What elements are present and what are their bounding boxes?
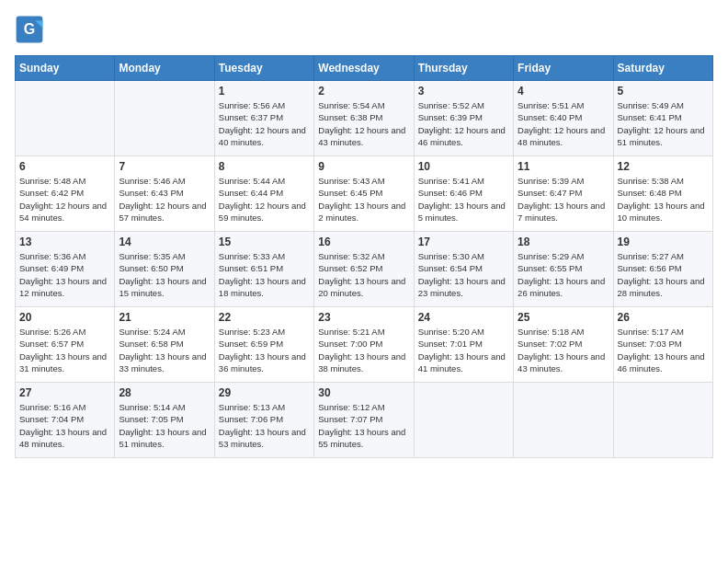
day-number: 21 xyxy=(119,311,210,324)
day-info: Sunrise: 5:43 AM Sunset: 6:45 PM Dayligh… xyxy=(318,175,409,224)
day-info: Sunrise: 5:51 AM Sunset: 6:40 PM Dayligh… xyxy=(518,99,609,148)
weekday-header: Saturday xyxy=(613,56,712,81)
calendar-cell: 1Sunrise: 5:56 AM Sunset: 6:37 PM Daylig… xyxy=(214,81,313,156)
day-number: 7 xyxy=(119,160,210,173)
calendar-cell: 26Sunrise: 5:17 AM Sunset: 7:03 PM Dayli… xyxy=(613,307,712,383)
calendar-cell: 19Sunrise: 5:27 AM Sunset: 6:56 PM Dayli… xyxy=(613,232,712,307)
day-info: Sunrise: 5:29 AM Sunset: 6:55 PM Dayligh… xyxy=(518,250,609,299)
day-info: Sunrise: 5:26 AM Sunset: 6:57 PM Dayligh… xyxy=(19,326,110,374)
calendar-week-row: 6Sunrise: 5:48 AM Sunset: 6:42 PM Daylig… xyxy=(16,156,713,232)
calendar-cell xyxy=(613,383,712,458)
calendar-cell: 2Sunrise: 5:54 AM Sunset: 6:38 PM Daylig… xyxy=(314,81,414,156)
day-number: 8 xyxy=(219,160,310,173)
day-info: Sunrise: 5:17 AM Sunset: 7:03 PM Dayligh… xyxy=(618,326,709,374)
calendar-cell: 3Sunrise: 5:52 AM Sunset: 6:39 PM Daylig… xyxy=(414,81,513,156)
day-number: 5 xyxy=(618,85,709,98)
day-info: Sunrise: 5:41 AM Sunset: 6:46 PM Dayligh… xyxy=(418,175,509,224)
calendar-cell: 13Sunrise: 5:36 AM Sunset: 6:49 PM Dayli… xyxy=(16,232,115,307)
calendar-header-row: SundayMondayTuesdayWednesdayThursdayFrid… xyxy=(16,56,713,81)
day-info: Sunrise: 5:16 AM Sunset: 7:04 PM Dayligh… xyxy=(19,401,110,450)
day-info: Sunrise: 5:52 AM Sunset: 6:39 PM Dayligh… xyxy=(418,99,509,148)
day-number: 30 xyxy=(318,386,409,399)
calendar-table: SundayMondayTuesdayWednesdayThursdayFrid… xyxy=(15,55,713,458)
day-number: 11 xyxy=(518,160,609,173)
calendar-cell xyxy=(414,383,513,458)
day-info: Sunrise: 5:46 AM Sunset: 6:43 PM Dayligh… xyxy=(119,175,210,224)
day-info: Sunrise: 5:33 AM Sunset: 6:51 PM Dayligh… xyxy=(219,250,310,299)
day-info: Sunrise: 5:20 AM Sunset: 7:01 PM Dayligh… xyxy=(418,326,509,374)
calendar-cell: 24Sunrise: 5:20 AM Sunset: 7:01 PM Dayli… xyxy=(414,307,513,383)
day-number: 4 xyxy=(518,85,609,98)
calendar-week-row: 1Sunrise: 5:56 AM Sunset: 6:37 PM Daylig… xyxy=(16,81,713,156)
day-number: 28 xyxy=(119,386,210,399)
calendar-cell xyxy=(16,81,115,156)
day-number: 22 xyxy=(219,311,310,324)
day-number: 13 xyxy=(19,236,110,248)
day-number: 6 xyxy=(19,160,110,173)
day-info: Sunrise: 5:56 AM Sunset: 6:37 PM Dayligh… xyxy=(219,99,310,148)
calendar-cell: 6Sunrise: 5:48 AM Sunset: 6:42 PM Daylig… xyxy=(16,156,115,232)
day-number: 3 xyxy=(418,85,509,98)
calendar-cell: 22Sunrise: 5:23 AM Sunset: 6:59 PM Dayli… xyxy=(214,307,313,383)
calendar-cell: 28Sunrise: 5:14 AM Sunset: 7:05 PM Dayli… xyxy=(115,383,214,458)
calendar-cell: 23Sunrise: 5:21 AM Sunset: 7:00 PM Dayli… xyxy=(314,307,414,383)
calendar-cell: 10Sunrise: 5:41 AM Sunset: 6:46 PM Dayli… xyxy=(414,156,513,232)
calendar-cell: 4Sunrise: 5:51 AM Sunset: 6:40 PM Daylig… xyxy=(514,81,613,156)
calendar-cell: 9Sunrise: 5:43 AM Sunset: 6:45 PM Daylig… xyxy=(314,156,414,232)
day-info: Sunrise: 5:35 AM Sunset: 6:50 PM Dayligh… xyxy=(119,250,210,299)
day-number: 18 xyxy=(518,236,609,248)
calendar-cell xyxy=(514,383,613,458)
day-info: Sunrise: 5:38 AM Sunset: 6:48 PM Dayligh… xyxy=(618,175,709,224)
day-info: Sunrise: 5:44 AM Sunset: 6:44 PM Dayligh… xyxy=(219,175,310,224)
day-info: Sunrise: 5:39 AM Sunset: 6:47 PM Dayligh… xyxy=(518,175,609,224)
day-number: 26 xyxy=(618,311,709,324)
day-info: Sunrise: 5:24 AM Sunset: 6:58 PM Dayligh… xyxy=(119,326,210,374)
day-number: 16 xyxy=(318,236,409,248)
day-number: 27 xyxy=(19,386,110,399)
weekday-header: Wednesday xyxy=(314,56,414,81)
calendar-cell: 20Sunrise: 5:26 AM Sunset: 6:57 PM Dayli… xyxy=(16,307,115,383)
day-info: Sunrise: 5:32 AM Sunset: 6:52 PM Dayligh… xyxy=(318,250,409,299)
calendar-cell: 7Sunrise: 5:46 AM Sunset: 6:43 PM Daylig… xyxy=(115,156,214,232)
day-info: Sunrise: 5:14 AM Sunset: 7:05 PM Dayligh… xyxy=(119,401,210,450)
day-info: Sunrise: 5:54 AM Sunset: 6:38 PM Dayligh… xyxy=(318,99,409,148)
logo: G xyxy=(15,15,46,44)
calendar-cell: 21Sunrise: 5:24 AM Sunset: 6:58 PM Dayli… xyxy=(115,307,214,383)
day-info: Sunrise: 5:30 AM Sunset: 6:54 PM Dayligh… xyxy=(418,250,509,299)
calendar-cell: 18Sunrise: 5:29 AM Sunset: 6:55 PM Dayli… xyxy=(514,232,613,307)
calendar-cell: 25Sunrise: 5:18 AM Sunset: 7:02 PM Dayli… xyxy=(514,307,613,383)
calendar-week-row: 27Sunrise: 5:16 AM Sunset: 7:04 PM Dayli… xyxy=(16,383,713,458)
day-info: Sunrise: 5:27 AM Sunset: 6:56 PM Dayligh… xyxy=(618,250,709,299)
weekday-header: Sunday xyxy=(16,56,115,81)
day-info: Sunrise: 5:18 AM Sunset: 7:02 PM Dayligh… xyxy=(518,326,609,374)
calendar-cell: 14Sunrise: 5:35 AM Sunset: 6:50 PM Dayli… xyxy=(115,232,214,307)
calendar-cell: 5Sunrise: 5:49 AM Sunset: 6:41 PM Daylig… xyxy=(613,81,712,156)
weekday-header: Tuesday xyxy=(214,56,313,81)
calendar-week-row: 20Sunrise: 5:26 AM Sunset: 6:57 PM Dayli… xyxy=(16,307,713,383)
day-info: Sunrise: 5:13 AM Sunset: 7:06 PM Dayligh… xyxy=(219,401,310,450)
calendar-cell: 29Sunrise: 5:13 AM Sunset: 7:06 PM Dayli… xyxy=(214,383,313,458)
day-number: 17 xyxy=(418,236,509,248)
calendar-cell: 8Sunrise: 5:44 AM Sunset: 6:44 PM Daylig… xyxy=(214,156,313,232)
weekday-header: Thursday xyxy=(414,56,513,81)
day-info: Sunrise: 5:23 AM Sunset: 6:59 PM Dayligh… xyxy=(219,326,310,374)
day-number: 10 xyxy=(418,160,509,173)
calendar-cell xyxy=(115,81,214,156)
day-number: 12 xyxy=(618,160,709,173)
weekday-header: Friday xyxy=(514,56,613,81)
calendar-cell: 27Sunrise: 5:16 AM Sunset: 7:04 PM Dayli… xyxy=(16,383,115,458)
calendar-week-row: 13Sunrise: 5:36 AM Sunset: 6:49 PM Dayli… xyxy=(16,232,713,307)
calendar-cell: 16Sunrise: 5:32 AM Sunset: 6:52 PM Dayli… xyxy=(314,232,414,307)
day-number: 29 xyxy=(219,386,310,399)
day-number: 23 xyxy=(318,311,409,324)
day-number: 20 xyxy=(19,311,110,324)
day-info: Sunrise: 5:49 AM Sunset: 6:41 PM Dayligh… xyxy=(618,99,709,148)
calendar-cell: 12Sunrise: 5:38 AM Sunset: 6:48 PM Dayli… xyxy=(613,156,712,232)
day-number: 15 xyxy=(219,236,310,248)
calendar-cell: 11Sunrise: 5:39 AM Sunset: 6:47 PM Dayli… xyxy=(514,156,613,232)
day-info: Sunrise: 5:12 AM Sunset: 7:07 PM Dayligh… xyxy=(318,401,409,450)
logo-icon: G xyxy=(15,15,44,44)
day-info: Sunrise: 5:48 AM Sunset: 6:42 PM Dayligh… xyxy=(19,175,110,224)
calendar-cell: 30Sunrise: 5:12 AM Sunset: 7:07 PM Dayli… xyxy=(314,383,414,458)
day-number: 1 xyxy=(219,85,310,98)
